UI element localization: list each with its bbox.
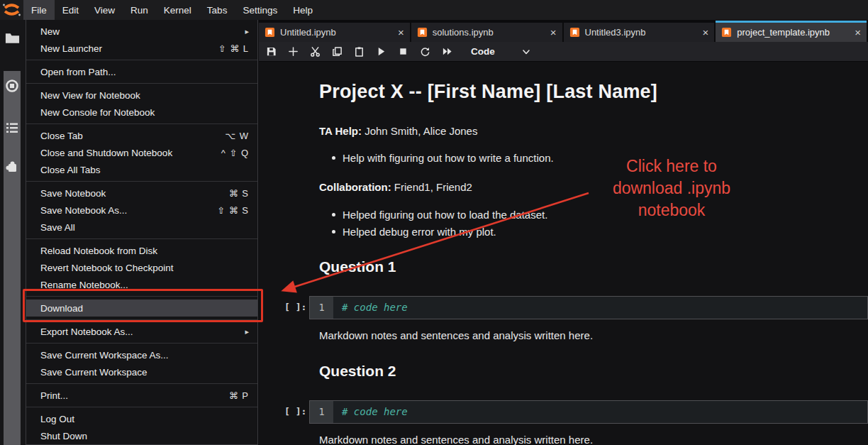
menu-item-open-from-path[interactable]: Open from Path...	[26, 63, 257, 80]
close-icon[interactable]: ×	[392, 26, 404, 38]
code-text[interactable]: # code here	[333, 297, 867, 319]
cell-type-select[interactable]: Code	[471, 44, 549, 60]
collaboration-label: Collaboration:	[319, 181, 391, 193]
cell-prompt: [ ]:	[284, 302, 306, 312]
menu-item-save-notebook[interactable]: Save Notebook ⌘ S	[26, 185, 257, 202]
menu-item-save-workspace-as[interactable]: Save Current Workspace As...	[26, 346, 257, 363]
menu-item-new-console[interactable]: New Console for Notebook	[26, 104, 257, 121]
menu-item-revert-notebook[interactable]: Revert Notebook to Checkpoint	[26, 259, 257, 276]
notebook-icon	[721, 27, 732, 38]
main-dock-panel: Untitled.ipynb × solutions.ipynb × Untit…	[259, 20, 868, 445]
notebook-title: Project X -- [First Name] [Last Name]	[319, 81, 657, 103]
ta-help-line: TA Help: John Smith, Alice Jones	[319, 125, 477, 137]
menu-item-close-shutdown[interactable]: Close and Shutdown Notebook ^ ⇧ Q	[26, 144, 257, 161]
restart-kernel-button[interactable]	[417, 44, 433, 60]
menu-item-save-workspace[interactable]: Save Current Workspace	[26, 363, 257, 380]
list-item: Helped debug error with my plot.	[332, 224, 547, 241]
jupyterlab-window: File Edit View Run Kernel Tabs Settings …	[0, 0, 868, 445]
copy-cell-button[interactable]	[329, 44, 345, 60]
list-item: Help with figuring out how to write a fu…	[332, 150, 554, 167]
submenu-arrow-icon: ▸	[245, 27, 249, 36]
notebook-document[interactable]: Project X -- [First Name] [Last Name] TA…	[259, 62, 868, 445]
menu-item-print[interactable]: Print... ⌘ P	[26, 387, 257, 404]
stop-kernel-button[interactable]	[395, 44, 411, 60]
collaboration-bullets: Helped figuring out how to load the data…	[332, 207, 547, 241]
menu-item-rename-notebook[interactable]: Rename Notebook...	[26, 276, 257, 293]
close-icon[interactable]: ×	[696, 26, 708, 38]
menubar-item-help[interactable]: Help	[285, 0, 321, 20]
tab-untitled3-ipynb[interactable]: Untitled3.ipynb ×	[564, 23, 715, 42]
chevron-down-icon	[522, 48, 530, 56]
code-cell-2[interactable]: 1 # code here	[309, 400, 868, 424]
ta-help-bullets: Help with figuring out how to write a fu…	[332, 150, 554, 167]
question-1-heading: Question 1	[319, 258, 396, 275]
line-number: 1	[310, 297, 333, 319]
folder-icon[interactable]	[4, 31, 21, 45]
menubar-item-view[interactable]: View	[87, 0, 123, 20]
shortcut: ^ ⇧ Q	[221, 148, 249, 158]
sidebar-strip	[4, 71, 21, 445]
collaboration-value: Friend1, Friend2	[391, 181, 472, 193]
file-menu-dropdown: New ▸ New Launcher ⇧ ⌘ L Open from Path.…	[26, 20, 258, 445]
shortcut: ⇧ ⌘ S	[217, 205, 249, 216]
menubar-item-edit[interactable]: Edit	[55, 0, 87, 20]
line-number: 1	[310, 401, 333, 423]
menubar-item-tabs[interactable]: Tabs	[199, 0, 235, 20]
submenu-arrow-icon: ▸	[245, 327, 249, 336]
menubar-item-settings[interactable]: Settings	[235, 0, 285, 20]
menu-item-new[interactable]: New ▸	[26, 23, 257, 40]
table-of-contents-icon[interactable]	[5, 121, 19, 135]
menu-item-new-view[interactable]: New View for Notebook	[26, 87, 257, 104]
notebook-icon	[417, 27, 428, 38]
add-cell-button[interactable]	[285, 44, 301, 60]
menu-item-shut-down[interactable]: Shut Down	[26, 427, 257, 444]
menu-item-save-notebook-as[interactable]: Save Notebook As... ⇧ ⌘ S	[26, 202, 257, 219]
ta-help-label: TA Help:	[319, 125, 362, 137]
menubar-item-file[interactable]: File	[23, 0, 55, 20]
menu-item-save-all[interactable]: Save All	[26, 219, 257, 236]
tab-untitled-ipynb[interactable]: Untitled.ipynb ×	[259, 23, 410, 42]
cell-type-value: Code	[471, 46, 495, 57]
menu-item-close-tab[interactable]: Close Tab ⌥ W	[26, 127, 257, 144]
markdown-notes-2: Markdown notes and sentences and analysi…	[319, 434, 593, 445]
menubar-item-kernel[interactable]: Kernel	[156, 0, 199, 20]
question-2-heading: Question 2	[319, 363, 396, 380]
annotation-text: Click here to download .ipynb notebook	[591, 155, 752, 221]
shortcut: ⌘ S	[229, 188, 249, 199]
save-button[interactable]	[263, 44, 279, 60]
code-text[interactable]: # code here	[333, 401, 867, 423]
cut-cell-button[interactable]	[307, 44, 323, 60]
tab-solutions-ipynb[interactable]: solutions.ipynb ×	[411, 23, 562, 42]
shortcut: ⇧ ⌘ L	[218, 43, 249, 54]
list-item: Helped figuring out how to load the data…	[332, 207, 547, 224]
run-cell-button[interactable]	[373, 44, 389, 60]
menubar-item-run[interactable]: Run	[123, 0, 156, 20]
shortcut: ⌘ P	[229, 390, 249, 401]
menu-item-new-launcher[interactable]: New Launcher ⇧ ⌘ L	[26, 40, 257, 57]
menu-item-reload-notebook[interactable]: Reload Notebook from Disk	[26, 242, 257, 259]
tab-bar: Untitled.ipynb × solutions.ipynb × Untit…	[259, 20, 868, 42]
notebook-toolbar: Code	[259, 42, 868, 62]
cell-prompt: [ ]:	[284, 406, 306, 417]
notebook-icon	[265, 27, 275, 38]
tab-project-template-ipynb[interactable]: project_template.ipynb ×	[716, 21, 867, 42]
menubar: File Edit View Run Kernel Tabs Settings …	[0, 0, 868, 20]
menu-item-download[interactable]: Download	[26, 300, 257, 317]
extensions-icon[interactable]	[5, 160, 19, 175]
notebook-icon	[569, 27, 580, 38]
paste-cell-button[interactable]	[351, 44, 367, 60]
run-all-button[interactable]	[439, 44, 455, 60]
ta-help-value: John Smith, Alice Jones	[362, 125, 477, 137]
close-icon[interactable]: ×	[545, 26, 557, 38]
activity-sidebar	[0, 20, 26, 445]
jupyter-logo-icon	[2, 1, 21, 18]
running-sessions-icon[interactable]	[5, 79, 19, 93]
shortcut: ⌥ W	[225, 131, 249, 141]
menu-item-close-all-tabs[interactable]: Close All Tabs	[26, 161, 257, 178]
menu-item-log-out[interactable]: Log Out	[26, 410, 257, 427]
markdown-notes-1: Markdown notes and sentences and analysi…	[319, 329, 593, 341]
collaboration-line: Collaboration: Friend1, Friend2	[319, 181, 472, 193]
code-cell-1[interactable]: 1 # code here	[309, 296, 868, 319]
close-icon[interactable]: ×	[849, 26, 861, 38]
menu-item-export-notebook-as[interactable]: Export Notebook As... ▸	[26, 323, 257, 340]
